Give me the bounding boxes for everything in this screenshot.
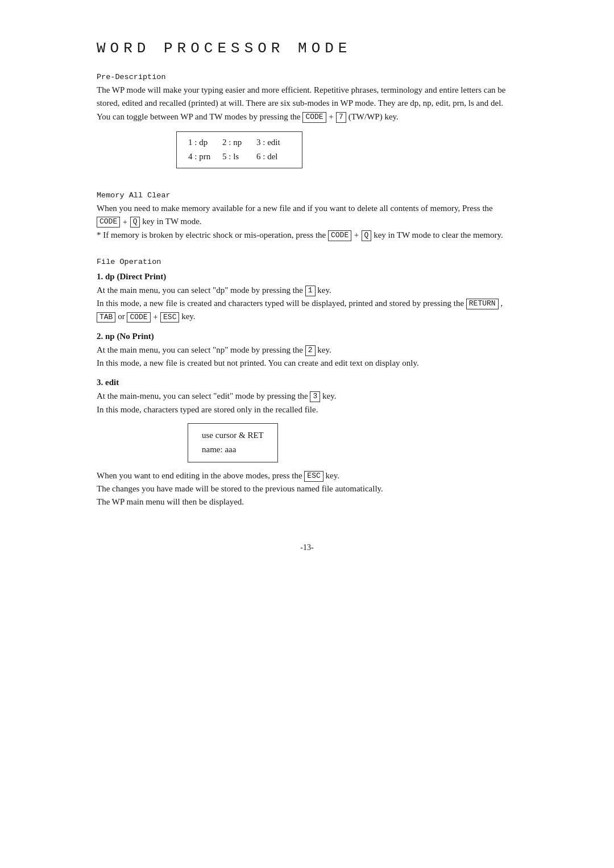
key-3: 3 <box>310 391 320 402</box>
edit-box: use cursor & RET name: aaa <box>188 423 278 462</box>
plus-sign-2: + <box>123 218 127 226</box>
memory-all-clear-section: Memory All Clear When you need to make m… <box>97 191 517 242</box>
file-operation-section: File Operation 1. dp (Direct Print) At t… <box>97 258 517 509</box>
comma-1: , <box>500 299 503 308</box>
ending-body: When you want to end editing in the abov… <box>97 469 517 509</box>
table-cell: 6 : del <box>256 150 291 164</box>
key-2: 2 <box>305 345 316 356</box>
table-cell: 2 : np <box>222 135 256 150</box>
return-key: RETURN <box>466 299 499 309</box>
q-key-2: Q <box>362 230 372 241</box>
ending-text1: When you want to end editing in the abov… <box>97 471 302 480</box>
ending-text1-end: key. <box>326 471 339 480</box>
pre-description-section: Pre-Description The WP mode will make yo… <box>97 73 517 179</box>
esc-key-1: ESC <box>160 312 179 323</box>
page-number: -13- <box>97 543 517 552</box>
q-key-1: Q <box>130 217 140 228</box>
code-key-1: CODE <box>302 112 326 123</box>
plus-sign-1: + <box>329 113 333 121</box>
np-heading: 2. np (No Print) <box>97 332 517 341</box>
pre-description-body: The WP mode will make your typing easier… <box>97 84 517 123</box>
ending-text3: The WP main menu will then be displayed. <box>97 497 244 506</box>
edit-body: At the main-menu, you can select "edit" … <box>97 390 517 416</box>
edit-text1: At the main-menu, you can select "edit" … <box>97 391 308 400</box>
pre-description-label: Pre-Description <box>97 73 517 81</box>
dp-text1-end: key. <box>317 286 331 295</box>
file-operation-label: File Operation <box>97 258 517 266</box>
dp-text2: In this mode, a new file is created and … <box>97 299 464 308</box>
mac-text2: * If memory is broken by electric shock … <box>97 230 326 239</box>
seven-key: 7 <box>336 112 346 123</box>
np-text2: In this mode, a new file is created but … <box>97 358 419 367</box>
table-row: 1 : dp 2 : np 3 : edit <box>188 135 291 150</box>
np-text1: At the main menu, you can select "np" mo… <box>97 345 303 354</box>
dp-heading: 1. dp (Direct Print) <box>97 272 517 282</box>
pre-desc-text1: The WP mode will make your typing easier… <box>97 85 506 121</box>
code-key-4: CODE <box>127 312 150 323</box>
dp-body: At the main menu, you can select "dp" mo… <box>97 284 517 324</box>
table-cell: 4 : prn <box>188 150 222 164</box>
edit-box-line1: use cursor & RET <box>202 428 264 443</box>
table-cell: 5 : ls <box>222 150 256 164</box>
memory-all-clear-body1: When you need to make memory available f… <box>97 202 517 229</box>
table-row: 4 : prn 5 : ls 6 : del <box>188 150 291 164</box>
mac-text1: When you need to make memory available f… <box>97 204 493 213</box>
mac-text2-end: key in TW mode to clear the memory. <box>374 230 503 239</box>
esc-key-2: ESC <box>304 471 323 482</box>
plus-sign-4: + <box>153 313 157 321</box>
tab-key: TAB <box>97 312 115 323</box>
plus-sign-3: + <box>354 231 359 239</box>
mode-table: 1 : dp 2 : np 3 : edit 4 : prn 5 : ls 6 … <box>176 131 302 168</box>
page-content: WORD PROCESSOR MODE Pre-Description The … <box>74 0 540 598</box>
np-text1-end: key. <box>317 345 331 354</box>
key-1: 1 <box>305 286 316 296</box>
memory-all-clear-body2: * If memory is broken by electric shock … <box>97 229 517 242</box>
page-title: WORD PROCESSOR MODE <box>97 40 517 57</box>
ending-text2: The changes you have made will be stored… <box>97 484 383 493</box>
or-text: or <box>118 312 127 321</box>
pre-desc-text1-end: (TW/WP) key. <box>349 112 399 121</box>
table-cell: 1 : dp <box>188 135 222 150</box>
edit-text1-end: key. <box>322 391 336 400</box>
edit-text2: In this mode, characters typed are store… <box>97 405 318 414</box>
dp-text2-end: key. <box>181 312 195 321</box>
code-key-3: CODE <box>328 230 351 241</box>
code-key-2: CODE <box>97 217 120 228</box>
mac-text1-end: key in TW mode. <box>142 217 201 226</box>
edit-heading: 3. edit <box>97 378 517 387</box>
np-body: At the main menu, you can select "np" mo… <box>97 344 517 370</box>
memory-all-clear-label: Memory All Clear <box>97 191 517 200</box>
table-cell: 3 : edit <box>256 135 291 150</box>
edit-box-line2: name: aaa <box>202 443 264 457</box>
dp-text1: At the main menu, you can select "dp" mo… <box>97 286 303 295</box>
